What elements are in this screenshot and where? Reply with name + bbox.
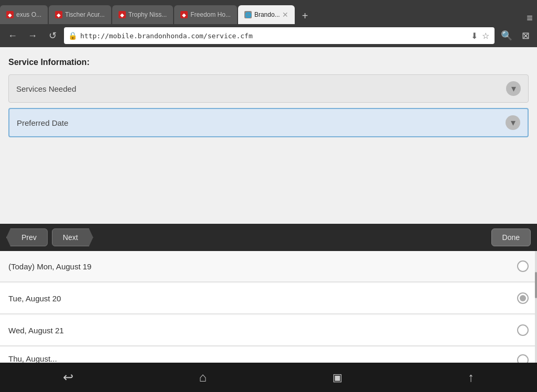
star-icon[interactable]: ☆ (481, 30, 490, 42)
date-label-2: Wed, August 21 (8, 326, 64, 335)
tab-tischer[interactable]: ◆ Tischer Acur... (49, 5, 111, 24)
scrollbar-thumb[interactable] (535, 272, 537, 298)
url-text: http://mobile.brandonhonda.com/service.c… (80, 32, 467, 40)
tab-lexus[interactable]: ◆ exus O... (0, 5, 48, 24)
date-item-0[interactable]: (Today) Mon, August 19 (0, 251, 537, 282)
date-radio-2[interactable] (517, 324, 529, 336)
tab-label-brandon: Brando... (254, 11, 280, 18)
tab-label-tischer: Tischer Acur... (65, 11, 105, 18)
section-title: Service Information: (8, 58, 529, 67)
date-item-3[interactable]: Thu, August... (0, 347, 537, 363)
preferred-date-chevron-icon: ▾ (506, 115, 520, 130)
tab-brandon[interactable]: 🌐 Brando... ✕ (238, 5, 295, 24)
date-radio-1[interactable] (517, 292, 529, 304)
date-list: (Today) Mon, August 19 Tue, August 20 We… (0, 251, 537, 363)
android-home-button[interactable]: ⌂ (195, 366, 211, 389)
android-back-icon: ↩ (63, 370, 73, 385)
tab-label-trophy: Trophy Niss... (128, 11, 167, 18)
tab-label-lexus: exus O... (16, 11, 41, 18)
download-icon[interactable]: ⬇ (470, 30, 479, 42)
tab-favicon-tischer: ◆ (55, 11, 62, 18)
date-item-2[interactable]: Wed, August 21 (0, 315, 537, 346)
tab-favicon-freedom: ◆ (180, 11, 188, 18)
browser-menu-button[interactable]: ≡ (522, 12, 537, 24)
address-bar[interactable]: 🔒 http://mobile.brandonhonda.com/service… (64, 27, 495, 44)
services-dropdown[interactable]: Services Needed ▾ (8, 74, 529, 103)
tab-favicon-lexus: ◆ (6, 11, 14, 18)
tab-label-freedom: Freedom Ho... (190, 11, 231, 18)
date-label-1: Tue, August 20 (8, 294, 61, 303)
android-nav-bar: ↩ ⌂ ▣ ↑ (0, 363, 537, 392)
android-recents-icon: ▣ (332, 371, 342, 384)
date-label-0: (Today) Mon, August 19 (8, 262, 91, 271)
android-back-button[interactable]: ↩ (59, 366, 78, 389)
scrollbar-track (535, 251, 537, 363)
services-dropdown-label: Services Needed (16, 84, 76, 93)
tab-add-button[interactable]: + (297, 7, 314, 24)
android-scroll-up-icon: ↑ (468, 370, 474, 385)
tab-freedom[interactable]: ◆ Freedom Ho... (174, 5, 237, 24)
date-item-1[interactable]: Tue, August 20 (0, 283, 537, 314)
back-button[interactable]: ← (4, 28, 21, 43)
services-chevron-icon: ▾ (506, 81, 521, 96)
tab-trophy[interactable]: ◆ Trophy Niss... (112, 5, 174, 24)
preferred-date-label: Preferred Date (17, 118, 68, 127)
date-radio-3[interactable] (517, 354, 529, 363)
next-button[interactable]: Next (52, 228, 93, 246)
navigation-bar: ← → ↺ 🔒 http://mobile.brandonhonda.com/s… (0, 24, 537, 47)
tab-bar: ◆ exus O... ◆ Tischer Acur... ◆ Trophy N… (0, 0, 537, 24)
android-recents-button[interactable]: ▣ (328, 367, 347, 388)
android-home-icon: ⌂ (199, 370, 207, 385)
prev-button[interactable]: Prev (6, 228, 48, 246)
page-content: Service Information: Services Needed ▾ P… (0, 47, 537, 224)
android-scroll-up-button[interactable]: ↑ (464, 366, 478, 389)
search-button[interactable]: 🔍 (498, 28, 515, 43)
refresh-button[interactable]: ↺ (44, 28, 61, 43)
preferred-date-dropdown[interactable]: Preferred Date ▾ (8, 108, 529, 137)
tab-close-brandon[interactable]: ✕ (282, 10, 288, 19)
main-content-area: Service Information: Services Needed ▾ P… (0, 47, 537, 363)
tab-favicon-trophy: ◆ (119, 11, 126, 18)
forward-button[interactable]: → (24, 28, 41, 43)
bookmark-button[interactable]: ⊠ (519, 28, 533, 43)
address-security-icon: 🔒 (68, 31, 77, 40)
address-actions: ⬇ ☆ (470, 30, 490, 42)
date-label-3: Thu, August... (8, 354, 57, 363)
tab-favicon-brandon: 🌐 (244, 11, 252, 18)
toolbar: Prev Next Done (0, 224, 537, 251)
date-radio-0[interactable] (517, 260, 529, 272)
done-button[interactable]: Done (491, 228, 531, 246)
